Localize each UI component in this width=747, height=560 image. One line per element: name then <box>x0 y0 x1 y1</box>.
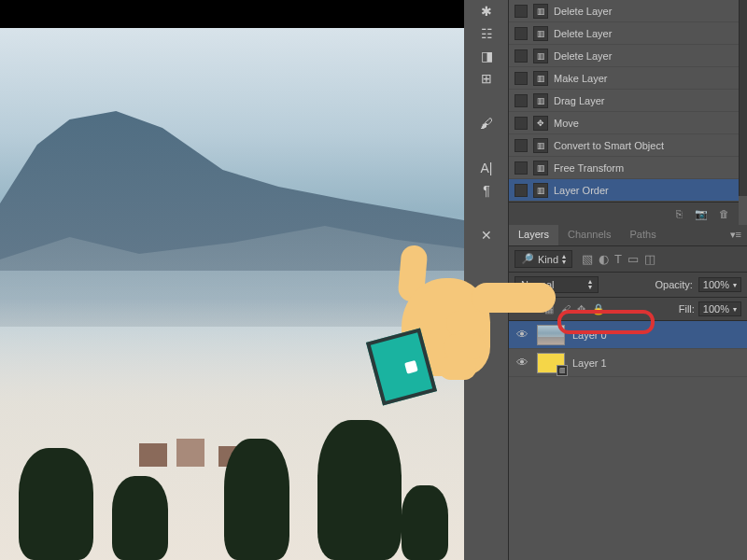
layer-name[interactable]: Layer 1 <box>572 357 607 369</box>
layer-thumbnail[interactable]: ▥ <box>537 353 565 373</box>
stepper-icon: ▴▾ <box>562 254 566 265</box>
lock-pixels-icon[interactable]: 🖌 <box>560 303 571 315</box>
tool-icon[interactable] <box>464 134 509 157</box>
history-item[interactable]: ✥Move <box>509 112 739 134</box>
opacity-input[interactable]: 100% ▾ <box>698 277 741 292</box>
history-label: Layer Order <box>554 185 609 196</box>
history-checkbox[interactable] <box>514 161 528 175</box>
filter-adjust-icon[interactable]: ◐ <box>599 252 609 266</box>
lock-label: Lock: <box>514 303 539 315</box>
history-label: Delete Layer <box>554 28 612 39</box>
layer-row[interactable]: 👁▥Layer 1 <box>509 349 747 377</box>
tool-icon[interactable]: ◨ <box>464 45 509 67</box>
lock-icons: ▦ 🖌 ✥ 🔒 <box>543 303 607 315</box>
history-item[interactable]: ▥Make Layer <box>509 67 739 90</box>
lock-transparent-icon[interactable]: ▦ <box>544 303 554 315</box>
layer-icon: ▥ <box>533 161 548 175</box>
scrollbar[interactable] <box>739 0 747 196</box>
layer-icon: ▥ <box>533 138 548 153</box>
layer-name[interactable]: Layer 0 <box>572 329 607 341</box>
history-label: Free Transform <box>554 162 624 174</box>
blend-mode-dropdown[interactable]: Normal ▴▾ <box>514 276 599 293</box>
filter-type-icon[interactable]: T <box>614 252 622 266</box>
tab-layers[interactable]: Layers <box>509 225 558 245</box>
fill-input[interactable]: 100% ▾ <box>698 301 741 316</box>
new-snapshot-icon[interactable]: ⎘ <box>671 206 686 221</box>
history-panel: ▥Delete Layer▥Delete Layer▥Delete Layer▥… <box>509 0 739 202</box>
filter-smart-icon[interactable]: ◫ <box>644 252 655 266</box>
history-label: Delete Layer <box>554 50 612 62</box>
history-label: Delete Layer <box>554 6 612 17</box>
history-item[interactable]: ▥Delete Layer <box>509 45 739 67</box>
document-canvas[interactable] <box>0 28 464 560</box>
panel-menu-icon[interactable]: ▾≡ <box>725 225 747 245</box>
blend-row: Normal ▴▾ Opacity: 100% ▾ <box>509 273 747 298</box>
tab-channels[interactable]: Channels <box>558 225 620 245</box>
layer-icon: ▥ <box>533 71 548 86</box>
history-checkbox[interactable] <box>514 184 528 197</box>
chevron-down-icon: ▾ <box>733 305 737 314</box>
tool-icon[interactable]: A| <box>464 157 509 179</box>
kind-dropdown[interactable]: 🔎 Kind ▴▾ <box>514 250 572 268</box>
lock-position-icon[interactable]: ✥ <box>577 303 585 315</box>
history-footer: ⎘ 📷 🗑 <box>509 202 739 225</box>
fill-label: Fill: <box>679 303 695 315</box>
tool-icon[interactable]: ✕ <box>464 224 509 246</box>
tool-icon[interactable] <box>464 202 509 224</box>
chevron-down-icon: ▾ <box>733 281 737 289</box>
history-checkbox[interactable] <box>514 139 528 152</box>
layer-icon: ▥ <box>533 26 548 41</box>
layer-icon: ▥ <box>533 183 548 198</box>
opacity-value: 100% <box>703 279 729 290</box>
lock-all-icon[interactable]: 🔒 <box>592 303 605 315</box>
history-item[interactable]: ▥Delete Layer <box>509 0 739 22</box>
tool-icon[interactable]: ¶ <box>464 179 509 202</box>
history-checkbox[interactable] <box>514 94 528 107</box>
history-label: Move <box>554 118 579 129</box>
panels-sidebar: ▥Delete Layer▥Delete Layer▥Delete Layer▥… <box>509 0 747 560</box>
panel-tabs: Layers Channels Paths ▾≡ <box>509 225 747 246</box>
visibility-eye-icon[interactable]: 👁 <box>516 356 529 370</box>
history-label: Drag Layer <box>554 95 604 106</box>
layer-icon: ▥ <box>533 93 548 108</box>
tool-icon[interactable]: ⊞ <box>464 67 509 90</box>
lock-row: Lock: ▦ 🖌 ✥ 🔒 Fill: 100% ▾ <box>509 298 747 321</box>
history-checkbox[interactable] <box>514 5 528 18</box>
filter-type-icons: ▧ ◐ T ▭ ◫ <box>582 252 655 266</box>
tool-icon[interactable]: ✱ <box>464 0 509 22</box>
history-item[interactable]: ▥Convert to Smart Object <box>509 134 739 157</box>
tab-paths[interactable]: Paths <box>621 225 666 245</box>
trash-icon[interactable]: 🗑 <box>716 206 731 221</box>
layer-filter-row: 🔎 Kind ▴▾ ▧ ◐ T ▭ ◫ <box>509 246 747 273</box>
filter-pixel-icon[interactable]: ▧ <box>582 252 593 266</box>
history-label: Convert to Smart Object <box>554 140 664 151</box>
search-icon: 🔎 <box>521 253 534 265</box>
vertical-toolstrip: ✱ ☷ ◨ ⊞ 🖌 A| ¶ ✕ <box>464 0 509 560</box>
blend-mode-value: Normal <box>521 279 554 290</box>
layer-row[interactable]: 👁Layer 0 <box>509 321 747 349</box>
layer-thumbnail[interactable] <box>537 325 565 345</box>
kind-label: Kind <box>538 254 558 265</box>
camera-icon[interactable]: 📷 <box>694 206 709 221</box>
opacity-label: Opacity: <box>655 279 693 290</box>
tool-icon[interactable] <box>464 90 509 112</box>
filter-shape-icon[interactable]: ▭ <box>627 252 639 266</box>
history-checkbox[interactable] <box>514 27 528 40</box>
layer-icon: ▥ <box>533 4 548 19</box>
history-item[interactable]: ▥Free Transform <box>509 157 739 179</box>
move-icon: ✥ <box>533 116 548 131</box>
history-item[interactable]: ▥Drag Layer <box>509 90 739 112</box>
tool-icon[interactable]: ☷ <box>464 22 509 45</box>
history-item[interactable]: ▥Layer Order <box>509 179 739 202</box>
fill-value: 100% <box>703 303 729 315</box>
visibility-eye-icon[interactable]: 👁 <box>516 328 529 342</box>
history-checkbox[interactable] <box>514 49 528 63</box>
history-checkbox[interactable] <box>514 117 528 130</box>
history-label: Make Layer <box>554 73 607 84</box>
history-checkbox[interactable] <box>514 72 528 85</box>
trees-shape <box>0 392 464 560</box>
tool-icon[interactable]: 🖌 <box>464 112 509 134</box>
layer-icon: ▥ <box>533 49 548 63</box>
layers-list: 👁Layer 0👁▥Layer 1 <box>509 321 747 377</box>
history-item[interactable]: ▥Delete Layer <box>509 22 739 45</box>
